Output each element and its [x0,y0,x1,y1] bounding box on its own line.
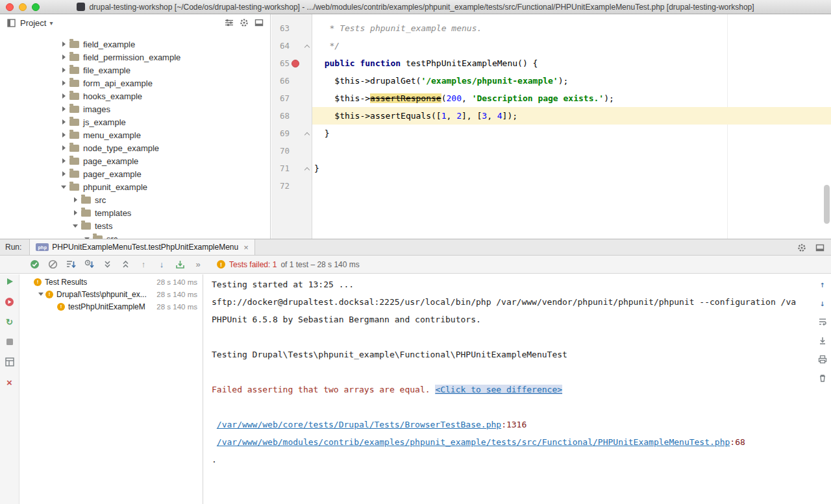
chevron-down-icon[interactable] [70,224,81,228]
project-item-js_example[interactable]: js_example [0,115,270,128]
stop-button[interactable] [4,336,16,348]
print-icon[interactable] [817,354,828,365]
fold-marker-icon[interactable] [304,132,309,137]
chevron-right-icon[interactable] [70,210,81,215]
project-item-phpunit_example[interactable]: phpunit_example [0,180,270,193]
import-test-results-icon[interactable] [174,259,186,270]
code-text[interactable]: */ [312,37,831,54]
chevron-right-icon[interactable] [58,119,69,125]
project-item-menu_example[interactable]: menu_example [0,128,270,141]
expand-all-icon[interactable] [101,259,113,270]
code-text[interactable]: * Tests phpunit_example menus. [312,19,831,37]
fold-marker-icon[interactable] [304,167,309,172]
restore-layout-button[interactable] [4,356,16,368]
console-link-menu-test[interactable]: /var/www/web/modules/contrib/examples/ph… [217,437,730,447]
down-stack-trace-icon[interactable]: ↓ [817,297,828,309]
window-zoom-button[interactable] [32,3,40,11]
close-tab-icon[interactable]: × [243,243,249,252]
chevron-right-icon[interactable] [58,106,69,112]
chevron-down-icon[interactable] [58,186,69,189]
window-minimize-button[interactable] [19,3,27,11]
show-passed-icon[interactable] [29,259,40,270]
close-run-panel-button[interactable]: × [4,376,16,388]
soft-wrap-icon[interactable] [817,316,828,328]
run-tab[interactable]: php PHPUnitExampleMenuTest.testPhpUnitEx… [29,239,254,255]
code-text[interactable] [312,177,831,195]
clear-console-icon[interactable] [817,372,828,384]
test-tree-item[interactable]: !Test Results28 s 140 ms [19,276,203,288]
code-editor[interactable]: 63 * Tests phpunit_example menus.64 */65… [271,14,831,239]
project-item-pager_example[interactable]: pager_example [0,167,270,180]
console-link-browser-test-base[interactable]: /var/www/web/core/tests/Drupal/Tests/Bro… [217,420,501,429]
code-text[interactable]: } [312,160,831,177]
chevron-right-icon[interactable] [58,67,69,73]
code-token: */ [314,41,340,51]
options-icon[interactable] [223,17,235,29]
console-link-see-difference[interactable]: <Click to see difference> [435,385,562,394]
project-item-file_example[interactable]: file_example [0,64,270,77]
previous-failed-test-icon[interactable]: ↑ [138,259,149,270]
project-item-hooks_example[interactable]: hooks_example [0,90,270,102]
project-item-field_permission_example[interactable]: field_permission_example [0,51,270,64]
code-text[interactable]: } [312,125,831,142]
sort-by-duration-icon[interactable] [83,259,95,270]
failed-test-gutter-icon[interactable] [291,60,299,67]
scroll-to-end-icon[interactable] [817,335,828,346]
project-item-page_example[interactable]: page_example [0,154,270,167]
chevron-right-icon[interactable] [58,93,69,99]
rerun-failed-tests-button[interactable] [4,296,16,307]
test-tree-item[interactable]: !testPhpUnitExampleM28 s 140 ms [19,300,203,313]
code-token: , [462,93,472,103]
up-stack-trace-icon[interactable]: ↑ [817,278,828,290]
run-settings-gear-icon[interactable] [796,242,808,254]
chevron-right-icon[interactable] [70,197,81,202]
project-item-field_example[interactable]: field_example [0,38,270,51]
next-failed-test-icon[interactable]: ↓ [156,259,167,270]
project-item-src[interactable]: src [0,232,270,239]
code-text[interactable]: $this->drupalGet('/examples/phpunit-exam… [312,72,831,90]
editor-scrollbar-thumb[interactable] [824,185,830,224]
toggle-auto-test-button[interactable]: ↻ [4,316,16,328]
project-item-node_type_example[interactable]: node_type_example [0,141,270,154]
project-item-src[interactable]: src [0,193,270,206]
chevron-right-icon[interactable] [58,132,69,138]
chevron-down-icon[interactable]: ▾ [49,19,53,27]
more-actions-icon[interactable]: » [192,259,204,270]
settings-gear-icon[interactable] [238,17,250,29]
test-console[interactable]: Testing started at 13:25 ...sftp://docke… [203,274,831,504]
line-number: 71 [271,160,290,177]
chevron-right-icon[interactable] [58,145,69,150]
project-panel-title[interactable]: Project [20,18,46,28]
chevron-right-icon[interactable] [58,80,69,86]
code-text[interactable] [312,142,831,160]
chevron-right-icon[interactable] [58,158,69,163]
hide-panel-icon[interactable] [253,17,265,29]
chevron-down-icon[interactable] [36,293,45,296]
chevron-right-icon[interactable] [58,54,69,60]
chevron-right-icon[interactable] [58,171,69,176]
sort-alphabetically-icon[interactable] [65,259,77,270]
collapse-all-icon[interactable] [119,259,131,270]
project-item-tests[interactable]: tests [0,219,270,232]
editor-line-71: 71} [271,160,831,177]
fold-marker-icon[interactable] [304,44,309,49]
show-ignored-icon[interactable] [47,259,58,270]
rerun-button[interactable] [4,276,16,287]
hide-run-panel-icon[interactable] [814,242,826,254]
code-token: public function [325,58,401,68]
folder-icon [69,171,79,178]
code-token: 2 [456,111,462,121]
project-item-images[interactable]: images [0,102,270,115]
window-close-button[interactable] [6,3,14,11]
code-token: 'Description page exists.' [472,93,604,103]
project-item-templates[interactable]: templates [0,206,270,219]
code-text[interactable]: $this->assertResponse(200, 'Description … [312,90,831,107]
code-text[interactable]: $this->assertEquals([1, 2], [3, 4]); [312,107,831,125]
project-item-form_api_example[interactable]: form_api_example [0,77,270,90]
test-tree-item[interactable]: !Drupal\Tests\phpunit_ex...28 s 140 ms [19,288,203,300]
chevron-right-icon[interactable] [58,42,69,47]
test-status: ! Tests failed: 1 of 1 test – 28 s 140 m… [217,260,360,269]
code-text[interactable]: public function testPhpUnitExampleMenu()… [312,54,831,72]
test-duration: 28 s 140 ms [156,278,197,286]
console-line-7 [212,398,831,416]
